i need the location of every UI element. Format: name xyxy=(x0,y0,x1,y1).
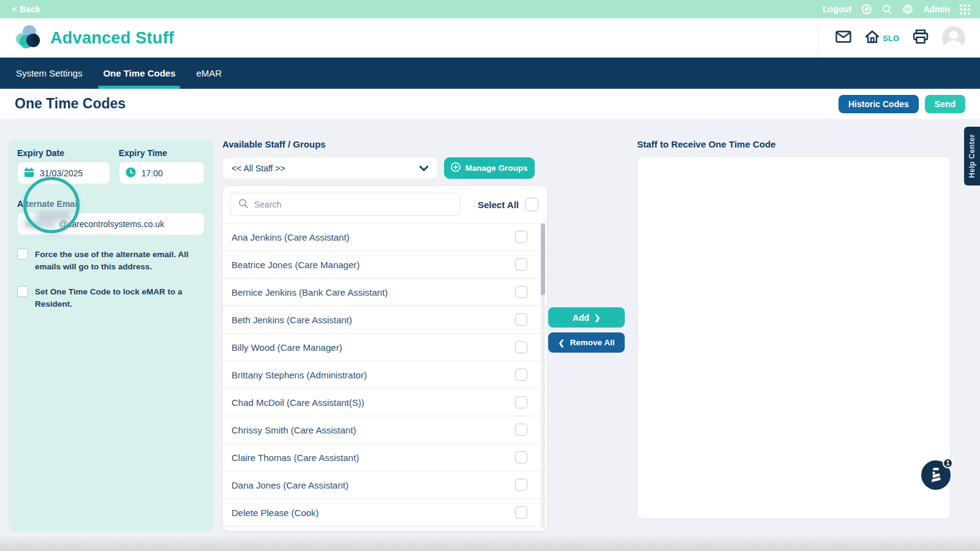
alternate-email-value: @carecontrolsystems.co.uk xyxy=(59,219,164,229)
expiry-time-label: Expiry Time xyxy=(119,148,205,158)
available-staff-card: Select All Ana Jenkins (Care Assistant) … xyxy=(222,186,548,531)
staff-name: Brittany Stephens (Administrator) xyxy=(232,370,367,380)
apps-grid-icon[interactable] xyxy=(960,4,970,15)
staff-name: Bernice Jenkins (Bank Care Assistant) xyxy=(232,287,388,298)
code-settings-panel: Expiry Date 31/03/2025 Expiry Time 17:00 xyxy=(9,140,213,531)
lock-emar-label: Set One Time Code to lock eMAR to a Resi… xyxy=(35,286,205,310)
alternate-email-label: Alternate Email xyxy=(17,199,205,209)
page-title: One Time Codes xyxy=(15,96,126,112)
staff-name: Chrissy Smith (Care Assistant) xyxy=(232,425,356,435)
staff-list-scrollbar-thumb[interactable] xyxy=(541,223,545,295)
help-center-label: Help Center xyxy=(968,134,976,178)
chevron-right-icon: ❯ xyxy=(594,313,600,322)
calendar-icon xyxy=(24,167,34,179)
page-title-bar: One Time Codes Historic Codes Send xyxy=(0,89,980,119)
staff-search-input[interactable] xyxy=(254,200,426,209)
staff-list-item[interactable]: Chrissy Smith (Care Assistant) xyxy=(223,416,547,444)
staff-list-item[interactable]: Dana Jones (Care Assistant) xyxy=(223,471,547,499)
staff-name: Beth Jenkins (Care Assistant) xyxy=(232,315,352,325)
clock-icon xyxy=(126,167,136,179)
search-icon[interactable] xyxy=(882,4,892,15)
expiry-time-input[interactable]: 17:00 xyxy=(119,162,205,184)
available-staff-heading: Available Staff / Groups xyxy=(222,139,326,149)
staff-checkbox[interactable] xyxy=(515,341,527,353)
main-nav: System Settings One Time Codes eMAR xyxy=(0,58,980,89)
tab-emar[interactable]: eMAR xyxy=(195,58,223,89)
staff-checkbox[interactable] xyxy=(515,231,527,243)
alternate-email-input[interactable]: @carecontrolsystems.co.uk xyxy=(17,212,205,235)
admin-user-label[interactable]: Admin xyxy=(923,4,950,14)
manage-groups-label: Manage Groups xyxy=(465,163,527,173)
select-all-label: Select All xyxy=(478,200,519,210)
manage-groups-button[interactable]: Manage Groups xyxy=(444,157,535,179)
site-code-label: SLO xyxy=(883,34,899,43)
lighthouse-icon xyxy=(929,467,943,484)
back-button[interactable]: < Back xyxy=(12,4,40,14)
staff-list-item[interactable]: Beatrice Jones (Care Manager) xyxy=(223,251,547,279)
add-label: Add xyxy=(573,313,589,323)
add-button[interactable]: Add ❯ xyxy=(548,307,625,328)
select-all-checkbox[interactable] xyxy=(525,198,538,211)
help-center-tab[interactable]: Help Center xyxy=(964,127,980,186)
receive-staff-list xyxy=(637,156,951,519)
staff-name: Dana Jones (Care Assistant) xyxy=(232,480,349,490)
content-area: Expiry Date 31/03/2025 Expiry Time 17:00 xyxy=(0,119,980,551)
receive-staff-heading: Staff to Receive One Time Code xyxy=(637,139,775,149)
staff-list-item[interactable]: Billy Wood (Care Manager) xyxy=(223,334,547,361)
staff-checkbox[interactable] xyxy=(515,313,527,326)
app-logo xyxy=(15,24,42,52)
bottom-fade xyxy=(0,535,980,551)
staff-name: Billy Wood (Care Manager) xyxy=(232,342,342,353)
logout-button[interactable]: Logout xyxy=(823,4,851,14)
staff-group-dropdown-value: << All Staff >> xyxy=(232,163,285,173)
app-header: Advanced Stuff SLO xyxy=(0,18,980,58)
staff-name: Delete Please (Cook) xyxy=(232,508,319,518)
remove-all-button[interactable]: ❮ Remove All xyxy=(548,332,625,353)
staff-checkbox[interactable] xyxy=(515,369,527,381)
print-icon[interactable] xyxy=(913,29,929,47)
expiry-date-input[interactable]: 31/03/2025 xyxy=(17,162,110,184)
staff-group-dropdown[interactable]: << All Staff >> xyxy=(222,157,438,179)
staff-list-item[interactable]: Claire Thomas (Care Assistant) xyxy=(223,444,547,471)
brand: Advanced Stuff xyxy=(15,24,174,52)
staff-name: Beatrice Jones (Care Manager) xyxy=(232,260,360,270)
staff-name: Ana Jenkins (Care Assistant) xyxy=(232,232,350,242)
chat-widget-button[interactable]: 1 xyxy=(921,460,951,490)
gear-icon[interactable] xyxy=(902,4,913,15)
staff-checkbox[interactable] xyxy=(515,286,527,298)
avatar[interactable] xyxy=(942,26,965,50)
chevron-left-icon: ❮ xyxy=(558,339,564,347)
staff-list-item[interactable]: Ana Jenkins (Care Assistant) xyxy=(223,223,547,251)
historic-codes-button[interactable]: Historic Codes xyxy=(839,95,919,113)
staff-list-item[interactable]: Brittany Stephens (Administrator) xyxy=(223,361,547,389)
staff-checkbox[interactable] xyxy=(515,451,527,463)
staff-list-item[interactable]: Delete Please (Cook) xyxy=(223,499,547,527)
search-icon xyxy=(238,198,249,211)
staff-checkbox[interactable] xyxy=(515,396,527,408)
expiry-time-value: 17:00 xyxy=(141,168,163,178)
chat-unread-badge: 1 xyxy=(943,458,953,468)
staff-name: Claire Thomas (Care Assistant) xyxy=(232,452,359,463)
send-button[interactable]: Send xyxy=(925,95,965,113)
staff-list-item[interactable]: Chad McDoil (Care Assistant(S)) xyxy=(223,389,547,416)
staff-checkbox[interactable] xyxy=(515,479,527,491)
chevron-down-icon xyxy=(419,163,429,173)
force-alternate-email-checkbox[interactable] xyxy=(17,249,28,260)
staff-checkbox[interactable] xyxy=(515,424,527,436)
staff-list-item[interactable]: Beth Jenkins (Care Assistant) xyxy=(223,306,547,334)
mail-icon[interactable] xyxy=(835,30,851,46)
tab-one-time-codes[interactable]: One Time Codes xyxy=(102,58,176,89)
tab-system-settings[interactable]: System Settings xyxy=(15,58,83,89)
home-site-selector[interactable]: SLO xyxy=(865,30,899,46)
lock-emar-checkbox[interactable] xyxy=(17,286,28,297)
logout-icon[interactable] xyxy=(861,4,872,15)
staff-checkbox[interactable] xyxy=(515,258,527,271)
app-title: Advanced Stuff xyxy=(50,29,174,48)
top-utility-bar: < Back Logout Admin xyxy=(0,0,980,18)
force-alternate-email-label: Force the use of the alternate email. Al… xyxy=(35,249,205,272)
staff-checkbox[interactable] xyxy=(515,506,527,519)
staff-list-scrollbar-track[interactable] xyxy=(541,223,545,528)
staff-list-item[interactable]: Bernice Jenkins (Bank Care Assistant) xyxy=(223,279,547,306)
home-icon xyxy=(865,30,880,46)
staff-list: Ana Jenkins (Care Assistant) Beatrice Jo… xyxy=(223,223,547,531)
